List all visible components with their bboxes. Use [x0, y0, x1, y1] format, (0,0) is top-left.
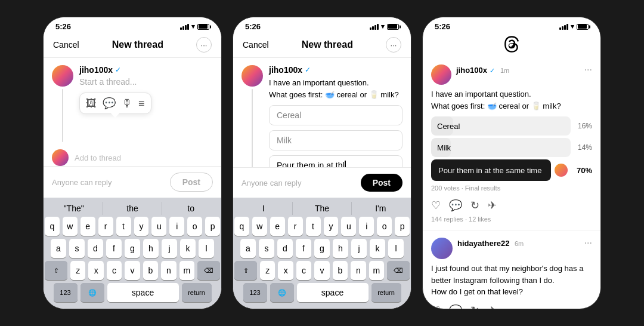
key-h[interactable]: h	[143, 239, 159, 258]
post2-more[interactable]: ···	[584, 238, 592, 248]
share-icon-1[interactable]: ✈	[488, 199, 497, 212]
post1-more[interactable]: ···	[584, 64, 592, 75]
key2-k[interactable]: k	[370, 239, 385, 258]
more-button-2[interactable]: ···	[386, 37, 401, 53]
suggestion-2-1[interactable]: The	[293, 202, 351, 215]
post2-username[interactable]: hidayathere22	[457, 239, 509, 248]
comment-icon-1[interactable]: 💬	[449, 199, 462, 212]
key2-g[interactable]: g	[314, 239, 330, 258]
key-delete[interactable]: ⌫	[197, 261, 220, 280]
key-o[interactable]: o	[187, 217, 202, 236]
key-shift[interactable]: ⇧	[45, 261, 67, 280]
post2-time: 6m	[515, 240, 524, 247]
key2-v[interactable]: v	[314, 261, 329, 280]
gif-icon[interactable]: 💬	[103, 97, 116, 110]
comment-icon-2[interactable]: 💬	[449, 304, 462, 309]
key2-y[interactable]: y	[324, 217, 339, 236]
list-icon[interactable]: ≡	[138, 97, 145, 110]
key-f[interactable]: f	[106, 239, 122, 258]
suggestion-1[interactable]: the	[103, 202, 162, 215]
suggestion-2-2[interactable]: I'm	[352, 202, 410, 215]
key-z[interactable]: z	[70, 261, 85, 280]
key2-x[interactable]: x	[278, 261, 293, 280]
key-u[interactable]: u	[151, 217, 166, 236]
cancel-button-2[interactable]: Cancel	[243, 40, 269, 50]
key-c[interactable]: c	[107, 261, 122, 280]
poll-option-3[interactable]: Pour them in at th|	[269, 155, 402, 167]
key-e[interactable]: e	[80, 217, 95, 236]
key-b[interactable]: b	[143, 261, 158, 280]
key2-z[interactable]: z	[260, 261, 275, 280]
like-icon-1[interactable]: ♡	[431, 199, 441, 212]
suggestion-0[interactable]: "The"	[45, 202, 103, 215]
image-icon[interactable]: 🖼	[86, 97, 97, 110]
key-s[interactable]: s	[69, 239, 85, 258]
key2-f[interactable]: f	[296, 239, 311, 258]
key-y[interactable]: y	[134, 217, 149, 236]
key2-d[interactable]: d	[277, 239, 293, 258]
key2-r[interactable]: r	[288, 217, 303, 236]
suggestion-2[interactable]: to	[162, 202, 220, 215]
post-button-1[interactable]: Post	[170, 173, 213, 192]
key2-t[interactable]: t	[306, 217, 321, 236]
key2-n[interactable]: n	[351, 261, 366, 280]
key-l[interactable]: l	[199, 239, 214, 258]
key2-m[interactable]: m	[369, 261, 384, 280]
thread-line-1	[62, 89, 63, 142]
post-button-2[interactable]: Post	[361, 174, 402, 192]
key-v[interactable]: v	[125, 261, 140, 280]
repost-icon-2[interactable]: ↻	[470, 304, 479, 309]
share-icon-2[interactable]: ✈	[488, 304, 497, 309]
key2-c[interactable]: c	[296, 261, 311, 280]
key-q[interactable]: q	[45, 217, 60, 236]
add-thread-label[interactable]: Add to thread	[75, 153, 121, 162]
key2-o[interactable]: o	[377, 217, 392, 236]
key-space[interactable]: space	[107, 283, 179, 302]
key2-q[interactable]: q	[234, 217, 249, 236]
key2-w[interactable]: w	[252, 217, 267, 236]
key2-numbers[interactable]: 123	[243, 283, 267, 302]
key-w[interactable]: w	[63, 217, 78, 236]
suggestion-2-0[interactable]: I	[234, 202, 293, 215]
key-p[interactable]: p	[205, 217, 220, 236]
key2-emoji[interactable]: 🌐	[270, 283, 294, 302]
repost-icon-1[interactable]: ↻	[470, 199, 479, 212]
compose-placeholder-1[interactable]: Start a thread...	[79, 77, 213, 87]
key2-h[interactable]: h	[333, 239, 348, 258]
key-k[interactable]: k	[180, 239, 196, 258]
like-icon-2[interactable]: ♡	[431, 304, 441, 309]
key-d[interactable]: d	[88, 239, 103, 258]
key2-return[interactable]: return	[371, 283, 401, 302]
cancel-button-1[interactable]: Cancel	[53, 40, 79, 50]
key2-i[interactable]: i	[359, 217, 374, 236]
key2-j[interactable]: j	[351, 239, 367, 258]
key-n[interactable]: n	[161, 261, 176, 280]
key2-a[interactable]: a	[240, 239, 256, 258]
key-x[interactable]: x	[88, 261, 103, 280]
poll-option-1[interactable]: Cereal	[269, 105, 402, 125]
key-j[interactable]: j	[162, 239, 177, 258]
key2-b[interactable]: b	[333, 261, 348, 280]
key2-space[interactable]: space	[297, 283, 369, 302]
post1-username[interactable]: jiho100x	[456, 66, 487, 75]
key-i[interactable]: i	[169, 217, 184, 236]
key2-p[interactable]: p	[395, 217, 410, 236]
key-g[interactable]: g	[125, 239, 140, 258]
verified-icon-1: ✓	[115, 66, 121, 74]
key2-u[interactable]: u	[341, 217, 356, 236]
key-numbers[interactable]: 123	[54, 283, 78, 302]
key-emoji[interactable]: 🌐	[80, 283, 104, 302]
key2-e[interactable]: e	[270, 217, 285, 236]
mic-icon[interactable]: 🎙	[122, 97, 132, 110]
key2-s[interactable]: s	[259, 239, 274, 258]
key-return[interactable]: return	[182, 283, 212, 302]
poll-option-2[interactable]: Milk	[269, 130, 402, 150]
key-r[interactable]: r	[98, 217, 113, 236]
key2-l[interactable]: l	[388, 239, 404, 258]
more-button-1[interactable]: ···	[196, 37, 212, 53]
key-t[interactable]: t	[116, 217, 131, 236]
key-a[interactable]: a	[51, 239, 66, 258]
key-m[interactable]: m	[179, 261, 194, 280]
key2-shift[interactable]: ⇧	[234, 261, 257, 280]
key2-delete[interactable]: ⌫	[387, 261, 410, 280]
